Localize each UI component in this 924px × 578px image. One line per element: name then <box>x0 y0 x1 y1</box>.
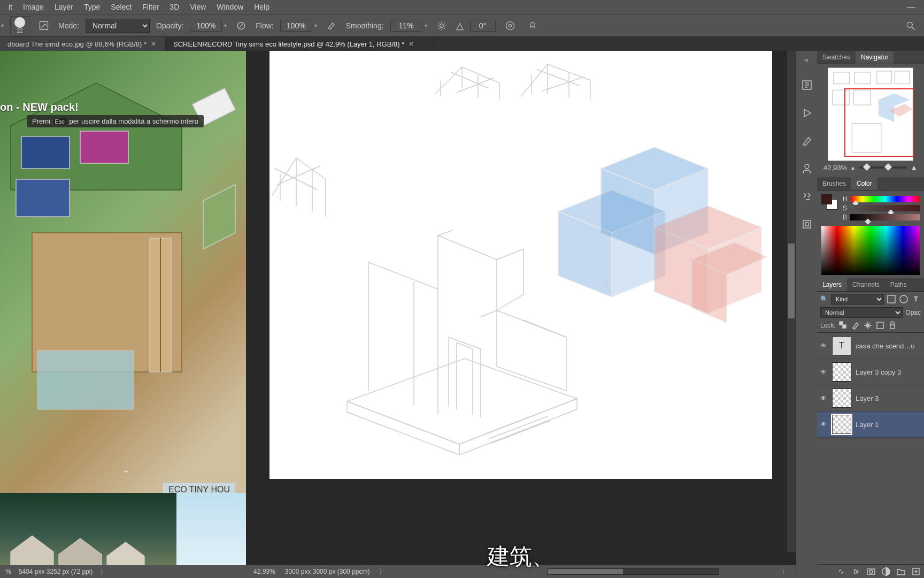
layer-row[interactable]: 👁 Layer 3 <box>817 385 924 412</box>
close-icon[interactable]: ✕ <box>409 40 414 48</box>
layer-mask-icon[interactable] <box>866 567 876 576</box>
actions-panel-icon[interactable] <box>800 107 813 119</box>
brightness-slider[interactable] <box>850 214 920 220</box>
flow-chevron-icon[interactable]: ▾ <box>314 22 317 28</box>
layer-name[interactable]: Layer 3 copy 3 <box>856 368 922 376</box>
filter-adjustment-icon[interactable] <box>899 294 908 304</box>
navigator-proxy[interactable] <box>828 67 913 161</box>
status-arrow-icon[interactable]: 〉 <box>782 567 788 576</box>
navigator-zoom-slider[interactable] <box>859 166 907 169</box>
menu-item[interactable]: Type <box>79 3 105 11</box>
group-icon[interactable] <box>896 567 906 576</box>
brush-settings-button[interactable] <box>36 18 52 34</box>
status-arrow-icon[interactable]: 〉 <box>100 567 106 576</box>
lock-all-icon[interactable] <box>888 321 897 330</box>
airbrush-button[interactable] <box>324 18 340 34</box>
menu-item[interactable]: Help <box>249 3 275 11</box>
size-pressure-button[interactable] <box>502 18 518 34</box>
tab-swatches[interactable]: Swatches <box>817 51 856 64</box>
layer-name[interactable]: casa che scend…u <box>856 342 922 350</box>
layer-fx-icon[interactable]: fx <box>851 567 861 576</box>
navigator-panel: 42,93% ▲ ▲ <box>817 64 924 177</box>
adjustment-layer-icon[interactable] <box>881 567 891 576</box>
tab-color[interactable]: Color <box>851 177 877 190</box>
document-tab[interactable]: SCREENRECORD Tiny sims eco lifestyle.psd… <box>166 37 433 51</box>
status-arrow-icon[interactable]: 〉 <box>379 567 386 576</box>
tab-paths[interactable]: Paths <box>885 278 912 291</box>
tab-channels[interactable]: Channels <box>847 278 885 291</box>
navigator-view-rect[interactable] <box>844 88 914 157</box>
brush-settings-panel-icon[interactable] <box>800 134 813 147</box>
opacity-input[interactable] <box>190 20 222 32</box>
filter-pixel-icon[interactable] <box>887 294 896 304</box>
foreground-color-swatch[interactable] <box>821 194 832 204</box>
layer-list[interactable]: 👁 T casa che scend…u 👁 Layer 3 copy 3 👁 … <box>817 332 924 564</box>
flow-input[interactable] <box>280 20 312 32</box>
vertical-scrollbar[interactable] <box>787 51 796 552</box>
menu-item[interactable]: it <box>3 3 18 11</box>
zoom-readout[interactable]: 42,93% <box>253 568 275 575</box>
menu-item[interactable]: Window <box>211 3 249 11</box>
zoom-in-icon[interactable]: ▲ <box>910 163 918 172</box>
smoothing-options-button[interactable] <box>434 18 450 34</box>
navigator-zoom-value[interactable]: 42,93% <box>823 164 847 172</box>
history-panel-icon[interactable] <box>800 79 813 92</box>
layer-name[interactable]: Layer 3 <box>856 394 922 402</box>
fg-bg-swatches[interactable] <box>821 194 837 210</box>
tab-navigator[interactable]: Navigator <box>856 51 894 64</box>
visibility-toggle[interactable]: 👁 <box>819 421 828 428</box>
canvas-viewport[interactable] <box>246 51 796 565</box>
layer-filter-select[interactable]: Kind <box>831 294 884 305</box>
lock-transparency-icon[interactable] <box>838 321 848 330</box>
zoom-out-icon[interactable]: ▲ <box>850 165 856 171</box>
brush-preset-picker[interactable]: 22 <box>10 16 29 35</box>
tab-brushes[interactable]: Brushes <box>817 177 851 190</box>
hue-slider[interactable] <box>851 196 920 202</box>
symmetry-button[interactable] <box>525 18 541 34</box>
lock-pixels-icon[interactable] <box>851 321 860 330</box>
layer-row[interactable]: 👁 T casa che scend…u <box>817 333 924 359</box>
horizontal-scrollbar[interactable] <box>548 568 719 575</box>
visibility-toggle[interactable]: 👁 <box>819 342 828 349</box>
zoom-readout[interactable]: % <box>5 568 11 575</box>
visibility-toggle[interactable]: 👁 <box>819 394 828 402</box>
menu-item[interactable]: Layer <box>49 3 79 11</box>
canvas[interactable] <box>270 51 772 479</box>
menu-item[interactable]: Filter <box>137 3 164 11</box>
close-icon[interactable]: ✕ <box>151 40 156 48</box>
smoothing-input[interactable] <box>390 20 422 32</box>
menu-item[interactable]: View <box>184 3 211 11</box>
layer-row[interactable]: 👁 Layer 1 <box>817 412 924 438</box>
angle-input[interactable] <box>470 20 496 32</box>
expand-gripper-icon[interactable]: « <box>805 56 808 64</box>
blend-mode-select[interactable]: Normal <box>86 19 150 33</box>
color-spectrum[interactable] <box>821 226 920 275</box>
new-layer-icon[interactable] <box>911 567 921 576</box>
minimize-button[interactable]: — <box>902 2 921 12</box>
menu-item[interactable]: Image <box>18 3 49 11</box>
libraries-panel-icon[interactable] <box>800 218 813 231</box>
character-panel-icon[interactable] <box>800 162 813 175</box>
layer-row[interactable]: 👁 Layer 3 copy 3 <box>817 359 924 385</box>
smoothing-chevron-icon[interactable]: ▾ <box>425 22 427 28</box>
lock-artboard-icon[interactable] <box>875 321 885 330</box>
link-layers-icon[interactable] <box>836 567 846 576</box>
properties-panel-icon[interactable] <box>800 190 813 203</box>
menu-item[interactable]: Select <box>105 3 137 11</box>
chevron-down-icon[interactable]: ⌄ <box>123 466 129 474</box>
layer-name[interactable]: Layer 1 <box>856 421 922 429</box>
reference-canvas[interactable]: on - NEW pack! Premi Esc per uscire dall… <box>0 51 246 565</box>
document-tab[interactable]: dboard The simd eco.jpg @ 88,6% (RGB/8) … <box>0 37 166 51</box>
tab-layers[interactable]: Layers <box>817 278 847 291</box>
lock-position-icon[interactable] <box>863 321 873 330</box>
visibility-toggle[interactable]: 👁 <box>819 368 828 376</box>
svg-point-50 <box>900 295 907 303</box>
saturation-slider[interactable] <box>850 205 920 211</box>
search-button[interactable] <box>903 18 919 34</box>
tool-preset-chevron-icon[interactable]: ▾ <box>1 22 4 28</box>
opacity-pressure-button[interactable] <box>233 18 249 34</box>
blend-mode-select[interactable]: Normal <box>820 307 903 318</box>
opacity-chevron-icon[interactable]: ▾ <box>224 22 227 28</box>
menu-item[interactable]: 3D <box>164 3 184 11</box>
filter-type-icon[interactable]: T <box>911 294 921 304</box>
